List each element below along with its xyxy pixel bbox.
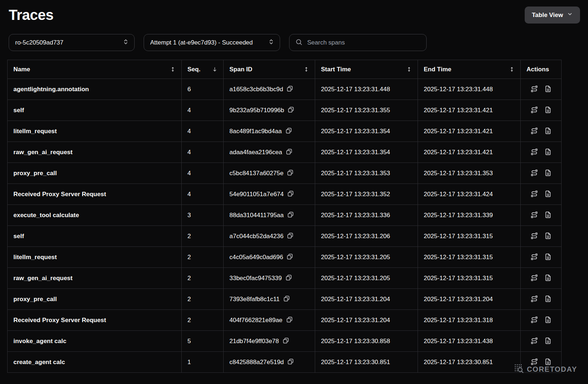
- span-seq: 3: [187, 212, 191, 219]
- view-trace-button[interactable]: [530, 232, 538, 241]
- copy-span-id-button[interactable]: [286, 148, 292, 156]
- start-time: 2025-12-17 13:23:31.205: [321, 254, 390, 261]
- end-time: 2025-12-17 13:23:31.339: [424, 212, 493, 219]
- table-row[interactable]: create_agent calc1c8425888a27e519d2025-1…: [8, 352, 562, 373]
- copy-span-id-button[interactable]: [287, 211, 294, 219]
- end-time: 2025-12-17 13:23:31.353: [424, 170, 493, 177]
- view-details-button[interactable]: [544, 337, 552, 346]
- spans-table: NameSeq.Span IDStart TimeEnd TimeActions…: [7, 60, 562, 373]
- start-time: 2025-12-17 13:23:31.354: [321, 128, 390, 135]
- copy-icon: [287, 169, 293, 177]
- span-seq: 4: [187, 128, 191, 135]
- view-details-button[interactable]: [544, 85, 552, 94]
- view-details-button[interactable]: [544, 127, 552, 136]
- view-trace-button[interactable]: [530, 337, 538, 346]
- view-details-button[interactable]: [544, 106, 552, 115]
- view-details-button[interactable]: [544, 295, 552, 304]
- view-details-button[interactable]: [544, 358, 552, 367]
- file-text-icon: [544, 169, 552, 178]
- route-icon: [530, 127, 538, 136]
- span-seq: 1: [187, 359, 191, 366]
- end-time: 2025-12-17 13:23:31.315: [424, 233, 493, 240]
- copy-icon: [285, 127, 292, 135]
- filter-controls: ro-5c20509ad737 Attempt 1 (at-e9ec7d93) …: [9, 34, 579, 51]
- table-row[interactable]: self49b232a95b710996b2025-12-17 13:23:31…: [8, 100, 562, 121]
- view-trace-button[interactable]: [530, 295, 538, 304]
- span-id: c8425888a27e519d: [229, 359, 284, 366]
- copy-span-id-button[interactable]: [287, 232, 293, 240]
- table-row[interactable]: raw_gen_ai_request4adaa4faea2196cea2025-…: [8, 142, 562, 163]
- file-text-icon: [544, 211, 552, 220]
- column-label: Seq.: [187, 66, 200, 73]
- table-row[interactable]: Received Proxy Server Request2404f766282…: [8, 310, 562, 331]
- view-details-button[interactable]: [544, 169, 552, 178]
- column-header-start-time[interactable]: Start Time: [315, 60, 418, 79]
- copy-span-id-button[interactable]: [287, 358, 294, 366]
- view-details-button[interactable]: [544, 316, 552, 325]
- view-trace-button[interactable]: [530, 211, 538, 220]
- copy-span-id-button[interactable]: [285, 127, 292, 135]
- attempt-select[interactable]: Attempt 1 (at-e9ec7d93) - Succeeded: [144, 34, 280, 51]
- table-row[interactable]: proxy_pre_call4c5bc84137a60275e2025-12-1…: [8, 163, 562, 184]
- column-header-seq[interactable]: Seq.: [182, 60, 224, 79]
- table-row[interactable]: litellm_request48ac489f1ac9bd4aa2025-12-…: [8, 121, 562, 142]
- table-row[interactable]: execute_tool calculate388da3104411795aa2…: [8, 205, 562, 226]
- up-down-arrow-icon: [304, 67, 309, 72]
- column-header-end-time[interactable]: End Time: [418, 60, 521, 79]
- table-row[interactable]: self2a7c044cb52da42362025-12-17 13:23:31…: [8, 226, 562, 247]
- span-seq: 4: [187, 107, 191, 114]
- table-view-button[interactable]: Table View: [525, 7, 580, 24]
- view-details-button[interactable]: [544, 211, 552, 220]
- file-text-icon: [544, 337, 552, 346]
- view-trace-button[interactable]: [530, 274, 538, 283]
- route-icon: [530, 358, 538, 367]
- table-row[interactable]: proxy_pre_call27393e8fafb8c1c112025-12-1…: [8, 289, 562, 310]
- view-details-button[interactable]: [544, 274, 552, 283]
- copy-span-id-button[interactable]: [287, 253, 293, 261]
- column-header-span-id[interactable]: Span ID: [224, 60, 315, 79]
- view-trace-button[interactable]: [530, 358, 538, 367]
- up-down-arrow-icon: [509, 67, 515, 72]
- view-trace-button[interactable]: [530, 253, 538, 262]
- column-header-name[interactable]: Name: [8, 60, 182, 79]
- end-time: 2025-12-17 13:23:31.421: [424, 149, 493, 156]
- up-down-arrow-icon: [170, 67, 175, 72]
- span-seq: 4: [187, 191, 191, 198]
- view-trace-button[interactable]: [530, 148, 538, 157]
- copy-span-id-button[interactable]: [285, 274, 292, 282]
- copy-span-id-button[interactable]: [287, 190, 294, 198]
- table-row[interactable]: invoke_agent calc521db7f4e9ff03e782025-1…: [8, 331, 562, 352]
- search-spans-input[interactable]: [307, 39, 420, 46]
- span-id: 404f7662821e89ae: [229, 317, 283, 324]
- table-row[interactable]: agentlightning.annotation6a1658c3cb6b3bc…: [8, 79, 562, 100]
- copy-span-id-button[interactable]: [287, 169, 293, 177]
- route-icon: [530, 190, 538, 199]
- span-name: litellm_request: [13, 128, 57, 135]
- table-row[interactable]: litellm_request2c4c05a649c0ad6962025-12-…: [8, 247, 562, 268]
- search-icon: [295, 38, 303, 47]
- view-details-button[interactable]: [544, 253, 552, 262]
- column-label: Name: [13, 66, 30, 73]
- view-trace-button[interactable]: [530, 169, 538, 178]
- view-trace-button[interactable]: [530, 106, 538, 115]
- copy-icon: [288, 106, 294, 114]
- view-trace-button[interactable]: [530, 127, 538, 136]
- rollout-select-value: ro-5c20509ad737: [15, 39, 63, 46]
- table-row[interactable]: Received Proxy Server Request454e9011051…: [8, 184, 562, 205]
- copy-span-id-button[interactable]: [287, 85, 293, 93]
- copy-span-id-button[interactable]: [283, 337, 289, 345]
- view-details-button[interactable]: [544, 232, 552, 241]
- column-header-actions: Actions: [521, 60, 562, 79]
- table-row[interactable]: raw_gen_ai_request233bec0fac94753392025-…: [8, 268, 562, 289]
- view-details-button[interactable]: [544, 148, 552, 157]
- copy-icon: [287, 358, 294, 366]
- copy-span-id-button[interactable]: [288, 106, 294, 114]
- copy-span-id-button[interactable]: [283, 295, 290, 303]
- rollout-select[interactable]: ro-5c20509ad737: [9, 34, 135, 51]
- view-trace-button[interactable]: [530, 190, 538, 199]
- view-trace-button[interactable]: [530, 85, 538, 94]
- view-details-button[interactable]: [544, 190, 552, 199]
- copy-span-id-button[interactable]: [286, 316, 293, 324]
- view-trace-button[interactable]: [530, 316, 538, 325]
- start-time: 2025-12-17 13:23:31.205: [321, 275, 390, 282]
